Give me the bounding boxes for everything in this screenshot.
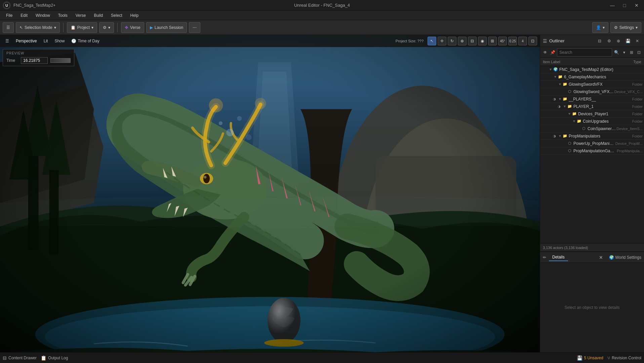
- tree-item[interactable]: ▼ 🌍 FNC_Saga_TestMap2 (Editor): [540, 66, 644, 73]
- svg-point-18: [264, 339, 304, 347]
- revision-control-button[interactable]: ⑂ Revision Control: [607, 355, 641, 361]
- outliner-status: 3,136 actors (3,136 loaded): [540, 243, 644, 251]
- number-button[interactable]: 4: [518, 37, 527, 45]
- selection-mode-button[interactable]: ↖ Selection Mode ▾: [16, 22, 60, 33]
- tree-expand-arrow[interactable]: ▼: [553, 75, 558, 79]
- outliner-tree[interactable]: ▼ 🌍 FNC_Saga_TestMap2 (Editor) ▼ 📁 6_Gam…: [540, 66, 644, 243]
- tree-item[interactable]: ▼ 📁 GlowingSwordVFX Folder: [540, 81, 644, 88]
- show-button[interactable]: Show: [52, 38, 67, 44]
- tree-expand-arrow[interactable]: ▼: [558, 134, 562, 138]
- camera-speed-button[interactable]: ◉: [478, 37, 487, 45]
- time-of-day-label: Time of Day: [78, 39, 99, 43]
- tree-expand-arrow[interactable]: ▼: [558, 82, 562, 87]
- select-tool-button[interactable]: ↖: [428, 37, 436, 45]
- perspective-button[interactable]: Perspective: [13, 38, 40, 44]
- viewport-menu-button[interactable]: ☰: [3, 38, 12, 44]
- tree-item[interactable]: ◑ ▼ 📁 PLAYER_1 Folder: [540, 103, 644, 110]
- tree-expand-arrow[interactable]: ▼: [567, 112, 572, 116]
- outliner-grid-button[interactable]: ⊞: [629, 48, 635, 56]
- preview-label: PREVIEW: [6, 51, 71, 55]
- lit-button[interactable]: Lit: [41, 38, 51, 44]
- time-of-day-button[interactable]: 🕐 Time of Day: [69, 38, 102, 44]
- tree-expand-arrow[interactable]: ▼: [548, 67, 553, 72]
- minimize-button[interactable]: —: [608, 1, 617, 10]
- details-body: Select an object to view details: [540, 263, 644, 352]
- menu-help[interactable]: Help: [127, 12, 142, 19]
- toolbar-extra-button[interactable]: ⚙ ▾: [99, 22, 114, 33]
- tree-expand-arrow[interactable]: ▼: [572, 119, 576, 124]
- eye-toggle[interactable]: ◑: [551, 134, 558, 138]
- selection-mode-label: Selection Mode: [25, 25, 52, 30]
- angle-button[interactable]: 45°: [498, 37, 507, 45]
- output-log-button[interactable]: 📋 Output Log: [41, 355, 68, 361]
- surface-snap-button[interactable]: ⊟: [468, 37, 477, 45]
- toolbar-extra-chevron: ▾: [108, 25, 110, 30]
- layout-button[interactable]: ⊡: [528, 37, 537, 45]
- toolbar-separator-2: [117, 23, 118, 32]
- unsaved-indicator[interactable]: 💾 5 Unsaved: [577, 355, 603, 361]
- details-header: ✏ Details ✕ 🌍 World Settings: [540, 252, 644, 263]
- close-button[interactable]: ✕: [632, 1, 641, 10]
- tree-item-name: Devices_Player1: [578, 112, 632, 116]
- viewport[interactable]: ☰ Perspective Lit Show 🕐 Time of Day Pro…: [0, 35, 540, 352]
- menu-verse[interactable]: Verse: [72, 12, 89, 19]
- hamburger-menu-button[interactable]: ☰: [3, 22, 14, 33]
- outliner-search-button[interactable]: 🔍: [613, 48, 619, 56]
- outliner-eye-button[interactable]: 👁: [542, 48, 548, 56]
- tree-expand-arrow[interactable]: ▼: [562, 104, 567, 109]
- outliner-filter-button[interactable]: ⊟: [596, 37, 604, 45]
- world-settings-tab[interactable]: 🌍 World Settings: [609, 255, 641, 260]
- tree-expand-arrow[interactable]: ▼: [558, 97, 562, 102]
- speed-value: 0.25: [509, 39, 516, 43]
- outliner-add-button[interactable]: ⊕: [614, 37, 622, 45]
- tree-item[interactable]: ▼ 📁 Devices_Player1 Folder: [540, 110, 644, 118]
- tree-item-type: Folder: [632, 134, 643, 138]
- tree-item[interactable]: ▼ 📁 6_GameplayMechanics: [540, 73, 644, 81]
- menu-build[interactable]: Build: [90, 12, 106, 19]
- tree-item[interactable]: ▼ 📁 CoinUpgrades Folder: [540, 118, 644, 125]
- content-drawer-button[interactable]: ⊟ Content Drawer: [3, 355, 37, 361]
- outliner-collapse-button[interactable]: ⊡: [636, 48, 642, 56]
- settings-button[interactable]: ⚙ Settings ▾: [610, 22, 641, 33]
- launch-session-button[interactable]: ▶ Launch Session: [146, 22, 187, 33]
- project-button[interactable]: 📋 Project ▾: [67, 22, 97, 33]
- orbit-tool-button[interactable]: ↻: [448, 37, 456, 45]
- more-options-button[interactable]: ⋯: [189, 22, 200, 33]
- grid-button[interactable]: ⊞: [488, 37, 497, 45]
- preview-time-input[interactable]: [21, 57, 48, 64]
- outliner-close-button[interactable]: ✕: [633, 37, 641, 45]
- users-button[interactable]: 👤 ▾: [592, 22, 608, 33]
- menu-tools[interactable]: Tools: [55, 12, 71, 19]
- verse-button[interactable]: ❖ Verse: [121, 22, 144, 33]
- outliner-pin-button[interactable]: 📌: [550, 48, 556, 56]
- outliner-search-input[interactable]: [557, 48, 612, 56]
- snap-toggle-button[interactable]: ⊕: [458, 37, 467, 45]
- menu-window[interactable]: Window: [32, 12, 53, 19]
- menu-select[interactable]: Select: [108, 12, 125, 19]
- tree-item[interactable]: ⬡ PowerUp_PropManipula... Device_PropM..…: [540, 140, 644, 147]
- tree-item[interactable]: ⬡ CoinSpawner1Pla... Device_ItemS...: [540, 125, 644, 132]
- settings-chevron: ▾: [636, 25, 638, 30]
- svg-point-14: [246, 134, 252, 140]
- menu-file[interactable]: File: [3, 12, 16, 19]
- details-tab[interactable]: Details: [549, 254, 568, 261]
- clock-icon: 🕐: [71, 39, 76, 43]
- speed-button[interactable]: 0.25: [508, 37, 517, 45]
- outliner-dropdown-button[interactable]: ▾: [621, 48, 627, 56]
- eye-toggle[interactable]: ◑: [556, 105, 562, 108]
- content-drawer-label: Content Drawer: [8, 356, 37, 360]
- tree-item[interactable]: ◑ ▼ 📁 __PLAYERS__ Folder: [540, 95, 644, 103]
- eye-toggle[interactable]: ◑: [551, 97, 558, 101]
- outliner-save-button[interactable]: 💾: [624, 37, 632, 45]
- move-tool-button[interactable]: ✛: [438, 37, 446, 45]
- tree-item[interactable]: ⬡ PropManipulationGam... PropManipula...: [540, 147, 644, 155]
- maximize-button[interactable]: □: [620, 1, 629, 10]
- unsaved-icon: 💾: [577, 355, 582, 361]
- tree-item[interactable]: ◑ ▼ 📁 PropManipulators Folder: [540, 132, 644, 140]
- tree-arrow-spacer: [562, 89, 567, 94]
- preview-time-bar[interactable]: [50, 58, 71, 63]
- details-close-btn[interactable]: ✕: [599, 255, 603, 260]
- menu-edit[interactable]: Edit: [17, 12, 31, 19]
- outliner-settings-button[interactable]: ⚙: [605, 37, 613, 45]
- tree-item[interactable]: ⬡ GlowingSword_VFX Cre... Device_VFX_C..…: [540, 88, 644, 95]
